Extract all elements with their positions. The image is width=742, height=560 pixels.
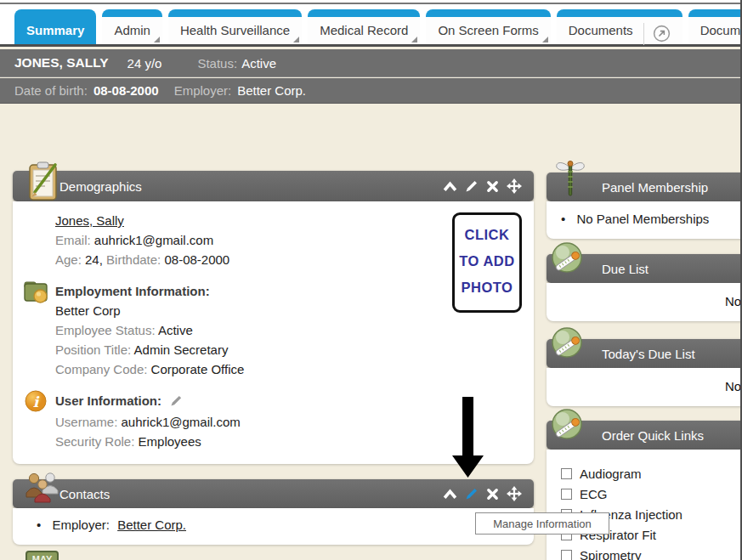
email-label: Email: [55, 233, 91, 247]
tab-admin[interactable]: Admin [102, 9, 162, 44]
tab-bar: Summary Admin Health Surveillance Medica… [0, 0, 742, 47]
tab-medical-record-label: Medical Record [320, 23, 408, 37]
checkbox[interactable] [561, 468, 572, 479]
order-item-ecg: ECG [547, 484, 742, 504]
order-quick-links-body: Audiogram ECG Influenza Injection Respir… [547, 450, 742, 560]
patient-info-bar: JONES, SALLY 24 y/o Status: Active [0, 49, 742, 77]
checkbox[interactable] [561, 489, 572, 500]
panel-membership-empty: No Panel Memberships [576, 212, 709, 226]
panel-membership-body: • No Panel Memberships [547, 201, 742, 239]
patient-name-link[interactable]: Jones, Sally [55, 213, 124, 228]
close-icon[interactable] [486, 180, 499, 193]
demographics-controls [443, 171, 522, 201]
tab-health-surveillance-label: Health Surveillance [180, 23, 290, 37]
security-role-label: Security Role: [55, 434, 134, 449]
todays-due-list-truncated-text: No [725, 379, 741, 393]
company-code-value: Corporate Office [151, 362, 245, 376]
age-label: Age: [55, 252, 82, 267]
contacts-controls [443, 479, 522, 508]
dropdown-fold-icon [154, 37, 160, 42]
dropdown-fold-icon [542, 37, 548, 42]
contacts-header[interactable]: Contacts [13, 479, 534, 508]
tab-documents[interactable]: Documents [557, 9, 683, 44]
employer-label: Employer: [174, 83, 232, 98]
external-link-icon[interactable] [653, 25, 671, 42]
manage-information-tooltip: Manage Information [475, 512, 609, 535]
dropdown-fold-icon [293, 37, 299, 42]
tab-documents-label: Documents [569, 23, 633, 37]
todays-due-list-thermometer-icon [549, 325, 586, 365]
user-info-icon: i [25, 390, 47, 415]
tab-on-screen-forms[interactable]: On Screen Forms [426, 9, 550, 44]
due-list-body: No [547, 283, 742, 321]
todays-due-list-body: No [547, 368, 742, 406]
order-item-label: Spirometry [580, 548, 642, 560]
dob-value: 08-08-2000 [93, 83, 159, 98]
move-icon[interactable] [507, 486, 522, 501]
tab-summary[interactable]: Summary [14, 9, 96, 44]
top-divider [0, 3, 742, 4]
patient-age: 24 y/o [127, 56, 162, 71]
order-quick-links-thermometer-icon [549, 407, 586, 447]
birthdate-value: 08-08-2000 [164, 252, 229, 267]
bullet: • [37, 518, 41, 532]
username-value: auhrick1@gmail.com [122, 415, 241, 429]
status-label: Status: [197, 56, 237, 71]
edit-pencil-icon-hovered[interactable] [465, 487, 479, 501]
checkbox[interactable] [561, 550, 572, 560]
dob-label: Date of birth: [14, 83, 88, 98]
user-info-heading: User Information: [55, 393, 161, 408]
employer-value: Better Corp. [237, 83, 306, 98]
tab-documents-dv[interactable]: Documents-DV [688, 9, 742, 44]
photo-line-2: TO ADD [455, 248, 519, 274]
contacts-employer-row: • Employer: Better Corp. [13, 508, 534, 532]
tab-medical-record[interactable]: Medical Record [308, 9, 420, 44]
birthdate-label: Birthdate: [106, 252, 161, 267]
edit-pencil-icon[interactable] [465, 179, 479, 193]
panel-membership-empty-row: • No Panel Memberships [561, 212, 709, 226]
add-photo-placeholder[interactable]: CLICK TO ADD PHOTO [452, 212, 522, 313]
patient-name: JONES, SALLY [14, 55, 109, 71]
photo-line-3: PHOTO [455, 274, 519, 301]
user-info-edit-pencil-icon[interactable] [170, 393, 183, 412]
due-list-truncated-text: No [725, 294, 741, 308]
collapse-icon[interactable] [443, 488, 457, 501]
collapse-icon[interactable] [443, 180, 457, 193]
calendar-month-badge: MAY [25, 551, 59, 560]
contacts-body: • Employer: Better Corp. [13, 508, 534, 545]
calendar-month-label: MAY [32, 554, 52, 560]
employee-status-value: Active [158, 323, 193, 337]
caduceus-icon [552, 159, 588, 201]
contacts-people-icon [24, 471, 61, 506]
email-value: auhrick1@gmail.com [94, 233, 213, 247]
order-item-label: ECG [580, 487, 608, 501]
employment-folder-icon [23, 279, 48, 307]
contacts-employer-link[interactable]: Better Corp. [117, 518, 186, 532]
username-label: Username: [55, 415, 117, 429]
tooltip-text: Manage Information [493, 518, 592, 530]
due-list-thermometer-icon [549, 240, 586, 280]
tab-documents-dv-label: Documents-DV [700, 23, 742, 37]
security-role-value: Employees [139, 434, 201, 449]
position-title-label: Position Title: [55, 342, 131, 357]
close-icon[interactable] [486, 488, 499, 501]
order-item-label: Audiogram [580, 467, 642, 481]
bullet: • [561, 212, 565, 226]
tab-on-screen-forms-label: On Screen Forms [438, 23, 538, 37]
clipboard-icon [24, 160, 61, 205]
employee-status-label: Employee Status: [55, 323, 156, 337]
pointer-arrow-annotation [445, 394, 490, 482]
company-code-label: Company Code: [55, 362, 147, 376]
photo-line-1: CLICK [455, 222, 519, 248]
tab-summary-label: Summary [26, 23, 84, 37]
dropdown-fold-icon [411, 37, 417, 42]
patient-detail-bar: Date of birth: 08-08-2000 Employer: Bett… [0, 78, 742, 104]
move-icon[interactable] [507, 178, 522, 194]
tab-divider [643, 23, 644, 45]
patient-summary-page: { "tabs": [ { "label": "Summary" }, { "l… [0, 0, 742, 560]
tab-health-surveillance[interactable]: Health Surveillance [168, 9, 302, 44]
position-title-value: Admin Secretary [134, 342, 229, 357]
demographics-header[interactable]: Demographics [13, 171, 534, 201]
tab-strip: Summary Admin Health Surveillance Medica… [14, 9, 742, 44]
age-value: 24, [85, 252, 103, 267]
